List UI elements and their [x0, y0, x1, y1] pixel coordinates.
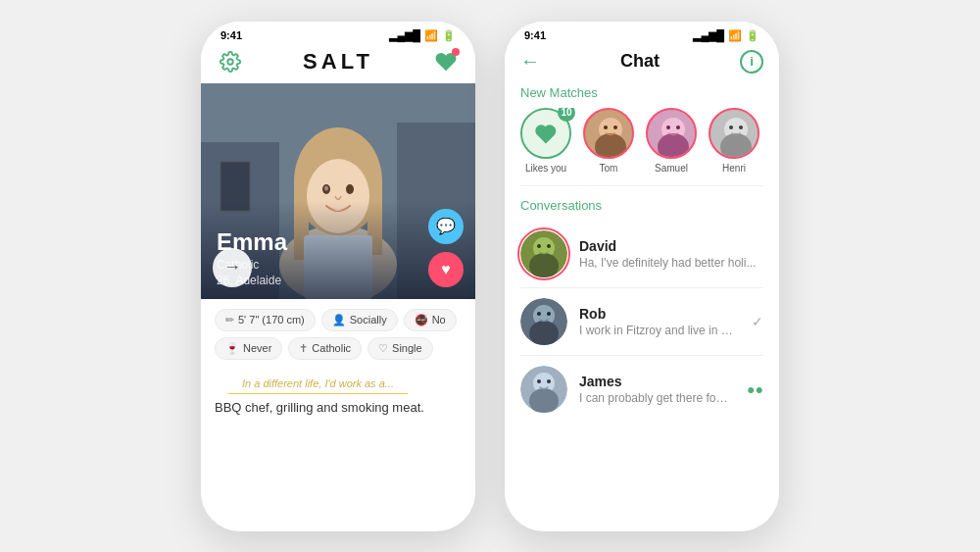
samuel-avatar — [646, 108, 697, 159]
svg-point-34 — [537, 244, 541, 248]
svg-point-29 — [729, 125, 733, 129]
profile-action-buttons: 💬 ♥ — [428, 209, 464, 287]
religion-icon: ✝ — [299, 342, 308, 355]
james-name: James — [579, 374, 731, 389]
james-avatar — [520, 366, 567, 413]
svg-point-39 — [537, 312, 541, 316]
settings-icon[interactable] — [217, 48, 244, 75]
profile-prompt-area: In a different life, I'd work as a... — [201, 366, 475, 394]
right-wifi-icon: 📶 — [728, 29, 742, 42]
likes-you-label: Likes you — [525, 163, 566, 174]
svg-point-33 — [529, 253, 559, 277]
david-avatar — [520, 230, 567, 277]
left-status-bar: 9:41 ▂▄▆█ 📶 🔋 — [201, 22, 475, 46]
match-item-likes-you[interactable]: 10 Likes you — [520, 108, 571, 174]
svg-point-25 — [676, 125, 680, 129]
right-status-time: 9:41 — [524, 29, 546, 41]
right-phone: 9:41 ▂▄▆█ 📶 🔋 ← Chat i New Matches — [505, 22, 779, 531]
likes-you-avatar: 10 — [520, 108, 571, 159]
tag-social: 👤 Socially — [321, 309, 398, 331]
screens-container: 9:41 ▂▄▆█ 📶 🔋 SALT — [0, 0, 980, 552]
profile-answer: BBQ chef, grilling and smoking meat. — [201, 394, 475, 425]
tom-avatar-inner — [583, 108, 634, 159]
svg-point-0 — [227, 59, 233, 65]
chat-title: Chat — [620, 51, 660, 72]
profile-image: Emma Catholic 26, Adelaide 💬 ♥ → — [201, 83, 475, 299]
henri-label: Henri — [722, 163, 746, 174]
new-matches-label: New Matches — [505, 81, 779, 108]
tag-drinking: 🍷 Never — [215, 337, 282, 360]
social-icon: 👤 — [332, 314, 346, 326]
david-name: David — [579, 238, 763, 254]
svg-point-44 — [537, 379, 541, 383]
profile-header: SALT — [201, 46, 475, 83]
svg-point-38 — [529, 321, 559, 345]
wifi-icon: 📶 — [424, 29, 438, 42]
right-battery-icon: 🔋 — [746, 29, 760, 42]
right-signal-icon: ▂▄▆█ — [693, 29, 724, 42]
samuel-label: Samuel — [655, 163, 688, 174]
match-notification-dot — [452, 48, 460, 56]
matches-icon[interactable] — [432, 48, 460, 75]
svg-point-19 — [604, 125, 608, 129]
david-info: David Ha, I've definitely had better hol… — [579, 238, 763, 270]
samuel-avatar-inner — [646, 108, 697, 159]
rob-preview: I work in Fitzroy and live in St. Kilda — [579, 324, 736, 337]
battery-icon: 🔋 — [442, 29, 456, 42]
new-matches-row: 10 Likes you — [505, 108, 779, 185]
rob-status-check: ✓ — [752, 314, 763, 329]
tag-religion: ✝ Catholic — [288, 337, 362, 360]
right-status-bar: 9:41 ▂▄▆█ 📶 🔋 — [505, 22, 779, 46]
tag-height: ✏ 5' 7" (170 cm) — [215, 309, 316, 331]
svg-point-12 — [346, 184, 354, 194]
like-button[interactable]: ♥ — [428, 252, 464, 287]
signal-icon: ▂▄▆█ — [389, 29, 420, 42]
svg-point-35 — [547, 244, 551, 248]
svg-point-30 — [739, 125, 743, 129]
left-status-time: 9:41 — [220, 29, 242, 41]
svg-point-20 — [613, 125, 617, 129]
profile-back-button[interactable]: → — [213, 248, 252, 287]
tom-label: Tom — [600, 163, 618, 174]
conv-item-james[interactable]: James I can probably get there for 6:30.… — [505, 356, 779, 423]
svg-point-13 — [324, 185, 328, 190]
profile-tags: ✏ 5' 7" (170 cm) 👤 Socially 🚭 No 🍷 Never… — [201, 299, 475, 366]
right-status-icons: ▂▄▆█ 📶 🔋 — [693, 29, 760, 42]
svg-point-43 — [529, 388, 559, 413]
likes-badge: 10 — [558, 108, 575, 122]
left-status-icons: ▂▄▆█ 📶 🔋 — [389, 29, 456, 42]
status-icon: ♡ — [378, 342, 388, 355]
match-item-tom[interactable]: Tom — [583, 108, 634, 174]
conversations-section: Conversations David Ha, I've definitel — [505, 186, 779, 423]
back-button[interactable]: ← — [520, 50, 540, 73]
tom-avatar — [583, 108, 634, 159]
app-title: SALT — [303, 49, 373, 75]
drinking-icon: 🍷 — [225, 342, 239, 355]
smoking-icon: 🚭 — [415, 314, 428, 326]
david-preview: Ha, I've definitely had better holi... — [579, 256, 763, 270]
profile-prompt-text: In a different life, I'd work as a... — [228, 370, 408, 394]
henri-avatar-inner — [709, 108, 760, 159]
svg-point-45 — [547, 379, 551, 383]
info-button[interactable]: i — [740, 50, 763, 74]
conv-item-david[interactable]: David Ha, I've definitely had better hol… — [505, 221, 779, 287]
conv-item-rob[interactable]: Rob I work in Fitzroy and live in St. Ki… — [505, 288, 779, 355]
chat-header: ← Chat i — [505, 46, 779, 81]
james-info: James I can probably get there for 6:30.… — [579, 374, 731, 405]
james-status-dots: ●● — [747, 381, 763, 397]
conversations-label: Conversations — [505, 194, 779, 221]
height-icon: ✏ — [225, 314, 234, 326]
tag-smoking: 🚭 No — [404, 309, 457, 331]
match-item-samuel[interactable]: Samuel — [646, 108, 697, 174]
rob-info: Rob I work in Fitzroy and live in St. Ki… — [579, 306, 736, 337]
tag-status: ♡ Single — [368, 337, 433, 360]
match-item-henri[interactable]: Henri — [709, 108, 760, 174]
rob-avatar — [520, 298, 567, 345]
james-preview: I can probably get there for 6:30... — [579, 391, 731, 405]
svg-point-40 — [547, 312, 551, 316]
left-phone: 9:41 ▂▄▆█ 📶 🔋 SALT — [201, 22, 475, 531]
rob-name: Rob — [579, 306, 736, 322]
chat-button[interactable]: 💬 — [428, 209, 464, 244]
henri-avatar — [709, 108, 760, 159]
svg-point-24 — [666, 125, 670, 129]
